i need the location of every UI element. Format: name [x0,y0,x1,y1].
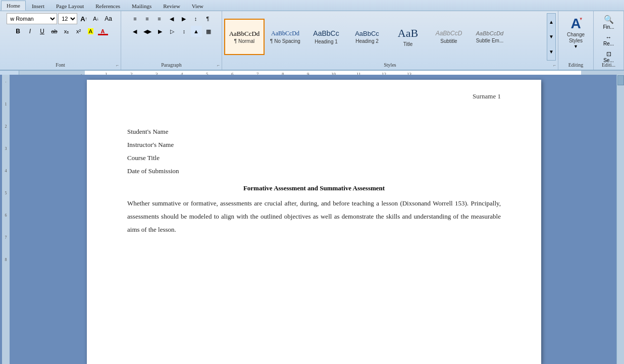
style-subtitle-btn[interactable]: AaBbCcD Subtitle [429,19,469,55]
text-highlight-btn[interactable]: A [85,26,96,37]
sort-btn[interactable]: ↕ [190,13,201,24]
styles-group-expand[interactable]: ⌐ [553,63,556,68]
change-styles-group: A ▼ ChangeStyles ▼ Editing [558,11,594,70]
style-no-spacing-btn[interactable]: AaBbCcDd ¶ No Spacing [265,19,305,55]
tab-insert[interactable]: Insert [26,1,50,11]
styles-group: AaBbCcDd ¶ Normal AaBbCcDd ¶ No Spacing … [222,11,558,70]
line-spacing-btn[interactable]: ↕ [179,26,190,37]
replace-btn[interactable]: ↔ Re... [596,32,621,48]
vertical-ruler: · 1 2 3 4 5 6 7 8 [2,75,10,364]
paragraph-group-label: Paragraph [121,62,222,68]
bold-btn[interactable]: B [13,26,24,37]
document-title: Formative Assessment and Summative Asses… [127,182,501,195]
course-title-line: Course Title [127,151,501,165]
italic-btn[interactable]: I [25,26,36,37]
font-group-label: Font [0,62,121,68]
font-shrink-btn[interactable]: A↓ [90,13,101,24]
borders-btn[interactable]: ▦ [203,26,214,37]
tab-review[interactable]: Review [158,1,186,11]
bullets-btn[interactable]: ≡ [130,13,141,24]
date-submission-line: Date of Submission [127,165,501,178]
styles-more-btn[interactable]: ▼ [549,49,554,55]
tab-view[interactable]: View [186,1,209,11]
document-page[interactable]: Surname 1 Student's Name Instructor's Na… [87,80,541,364]
styles-group-label: Styles [222,62,558,68]
body-paragraph-1[interactable]: Whether summative or formative, assessme… [127,197,501,236]
subscript-btn[interactable]: x₂ [61,26,72,37]
strikethrough-btn[interactable]: ab [49,26,60,37]
page-scroll-container: Surname 1 Student's Name Instructor's Na… [12,75,616,364]
font-color-btn[interactable]: A [97,26,109,37]
superscript-btn[interactable]: x² [73,26,84,37]
scrollbar-thumb[interactable] [617,75,624,85]
tab-home[interactable]: Home [1,1,26,11]
font-group-expand[interactable]: ⌐ [116,63,119,68]
find-edit-group: 🔍 Fin... ↔ Re... ⊡ Se... Editi... [594,11,624,70]
multilevel-btn[interactable]: ≡ [154,13,165,24]
find-group-label: Editi... [594,62,623,68]
page-header: Surname 1 [473,90,501,103]
align-right-btn[interactable]: ▶ [154,26,166,37]
change-case-btn[interactable]: Aa [102,13,114,24]
change-styles-group-label: Editing [558,62,593,68]
tab-mailings[interactable]: Mailings [126,1,157,11]
tab-references[interactable]: References [90,1,126,11]
tab-page-layout[interactable]: Page Layout [50,1,89,11]
shading-btn[interactable]: ▲ [191,26,202,37]
show-para-btn[interactable]: ¶ [202,13,214,24]
styles-scroll-container: ▲ ▼ ▼ [547,13,556,61]
font-group: w Roman Times New Roman Arial 12 10 11 1… [0,11,121,70]
increase-indent-btn[interactable]: ▶ [178,13,189,24]
underline-btn[interactable]: U [37,26,48,37]
font-size-select[interactable]: 12 10 11 14 16 [58,13,77,24]
style-heading1-btn[interactable]: AaBbCc Heading 1 [306,19,346,55]
decrease-indent-btn[interactable]: ◀ [166,13,177,24]
change-styles-btn[interactable]: A ▼ ChangeStyles ▼ [560,13,591,51]
style-title-btn[interactable]: AaB Title [388,19,428,55]
font-name-select[interactable]: w Roman Times New Roman Arial [7,13,57,24]
ribbon: w Roman Times New Roman Arial 12 10 11 1… [0,11,624,71]
vertical-ruler-margin: · 1 2 3 4 5 6 7 8 [0,75,12,364]
font-grow-btn[interactable]: A↑ [78,13,89,24]
justify-btn[interactable]: ▷ [167,26,178,37]
style-heading2-btn[interactable]: AaBbCc Heading 2 [347,19,387,55]
ribbon-tabs: Home Insert Page Layout References Maili… [0,0,624,11]
paragraph-group-expand[interactable]: ⌐ [217,63,220,68]
styles-scroll-down-btn[interactable]: ▼ [549,34,554,39]
find-btn[interactable]: 🔍 Fin... [596,13,621,31]
content-area: · 1 2 3 4 5 6 7 8 Surname 1 Student's Na… [0,75,624,364]
paragraph-group: ≡ ≡ ≡ ◀ ▶ ↕ ¶ ◀ ◀▶ ▶ ▷ ↕ ▲ ▦ Paragraph ⌐ [121,11,222,70]
style-normal-btn[interactable]: AaBbCcDd ¶ Normal [224,19,265,55]
align-center-btn[interactable]: ◀▶ [141,26,153,37]
numbering-btn[interactable]: ≡ [142,13,153,24]
style-subtle-em-btn[interactable]: AaBbCcDd Subtle Em... [470,19,510,55]
student-name-line: Student's Name [127,125,501,138]
styles-scroll-up-btn[interactable]: ▲ [549,19,554,25]
vertical-scrollbar[interactable] [616,75,624,364]
instructor-name-line: Instructor's Name [127,138,501,151]
align-left-btn[interactable]: ◀ [129,26,140,37]
